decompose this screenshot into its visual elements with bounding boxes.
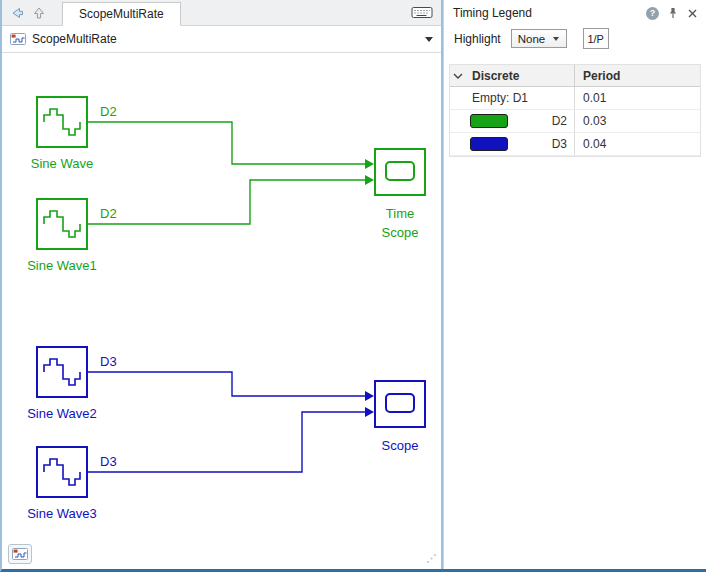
- discrete-sine-icon: [42, 104, 82, 140]
- signal-group-d2: [88, 122, 374, 224]
- up-to-parent-button[interactable]: [28, 3, 50, 23]
- pin-panel-button[interactable]: [667, 7, 679, 19]
- time-scope-label-line1: Time: [350, 204, 441, 223]
- breadcrumb-bar: ScopeMultiRate: [2, 26, 441, 53]
- simulink-window: ScopeMultiRate ScopeMultiRate: [0, 0, 706, 572]
- column-header-discrete: Discrete: [466, 69, 574, 83]
- rate-annotation: D2: [100, 104, 117, 119]
- model-icon: [10, 32, 26, 46]
- signal-line-sinewave3-scope[interactable]: [88, 412, 365, 472]
- tab-label: ScopeMultiRate: [79, 7, 164, 21]
- sine-wave3-label[interactable]: Sine Wave3: [2, 504, 122, 523]
- signal-line-sinewave1-timescope[interactable]: [88, 180, 365, 224]
- signal-arrowhead: [365, 391, 374, 401]
- rate-name: Empty: D1: [466, 91, 574, 105]
- panel-header-icons: ?: [646, 7, 698, 20]
- timing-legend-panel: Timing Legend ? Highlight N: [443, 0, 706, 569]
- signal-arrowhead: [365, 175, 374, 185]
- scope-screen-icon: [385, 393, 415, 413]
- rate-period: 0.03: [574, 110, 700, 132]
- rate-annotation: D3: [100, 354, 117, 369]
- resize-grip[interactable]: [425, 553, 437, 565]
- time-scope-label[interactable]: Time Scope: [350, 204, 441, 242]
- model-editor-pane: ScopeMultiRate ScopeMultiRate: [2, 0, 443, 569]
- rate-annotation: D3: [100, 454, 117, 469]
- table-row-d3[interactable]: D3 0.04: [450, 133, 700, 156]
- collapse-chevron-cell[interactable]: [450, 73, 466, 79]
- signal-arrowhead: [365, 407, 374, 417]
- breadcrumb[interactable]: ScopeMultiRate: [32, 32, 117, 46]
- time-scope-label-line2: Scope: [350, 223, 441, 242]
- close-panel-button[interactable]: [687, 8, 698, 19]
- timing-legend-icon: [12, 547, 28, 561]
- column-header-period: Period: [574, 65, 700, 86]
- model-canvas: D2 Sine Wave D2 Sine Wave1 Time Scope: [2, 53, 441, 569]
- rate-annotation: D2: [100, 206, 117, 221]
- panel-title: Timing Legend: [453, 6, 532, 20]
- period-frequency-toggle-button[interactable]: 1/P: [583, 28, 609, 49]
- sine-wave3-block[interactable]: [36, 446, 88, 498]
- table-row-d1[interactable]: Empty: D1 0.01: [450, 87, 700, 110]
- rate-name: D2: [552, 114, 567, 128]
- sine-wave-block[interactable]: [36, 96, 88, 148]
- discrete-sine-icon: [42, 206, 82, 242]
- table-header-row: Discrete Period: [450, 65, 700, 87]
- keyboard-shortcuts-button[interactable]: [411, 5, 433, 23]
- sine-wave2-label[interactable]: Sine Wave2: [2, 404, 122, 423]
- signal-group-d3: [88, 372, 374, 472]
- chevron-down-icon: [553, 37, 559, 41]
- highlight-dropdown[interactable]: None: [511, 29, 567, 48]
- legend-controls: Highlight None 1/P: [444, 24, 706, 57]
- sine-wave1-label[interactable]: Sine Wave1: [2, 256, 122, 275]
- scope-screen-icon: [385, 161, 415, 181]
- timing-legend-header: Timing Legend ?: [444, 0, 706, 24]
- editor-tab-bar: ScopeMultiRate: [2, 0, 441, 26]
- signal-arrowhead: [365, 159, 374, 169]
- table-row-d2[interactable]: D2 0.03: [450, 110, 700, 133]
- time-scope-block[interactable]: [374, 148, 426, 196]
- signal-line-sinewave-timescope[interactable]: [88, 122, 365, 164]
- rate-name: D3: [552, 137, 567, 151]
- keyboard-icon: [411, 5, 433, 20]
- back-arrow-icon: [9, 5, 25, 21]
- breadcrumb-dropdown-icon[interactable]: [425, 37, 433, 42]
- scope-label[interactable]: Scope: [350, 436, 441, 455]
- tab-scopemultirate[interactable]: ScopeMultiRate: [62, 2, 181, 26]
- scope-block[interactable]: [374, 380, 426, 428]
- discrete-sine-icon: [42, 354, 82, 390]
- timing-legend-badge-button[interactable]: [8, 544, 32, 564]
- close-icon: [687, 8, 698, 19]
- up-arrow-icon: [31, 5, 47, 21]
- rate-color-swatch: [470, 137, 508, 151]
- highlight-label: Highlight: [454, 32, 501, 46]
- signal-line-sinewave2-scope[interactable]: [88, 372, 365, 396]
- sine-wave-label[interactable]: Sine Wave: [2, 154, 122, 173]
- back-button[interactable]: [6, 3, 28, 23]
- rate-color-swatch: [470, 114, 508, 128]
- rate-period: 0.01: [574, 87, 700, 109]
- rate-period: 0.04: [574, 133, 700, 155]
- highlight-dropdown-value: None: [518, 33, 546, 45]
- sine-wave1-block[interactable]: [36, 198, 88, 250]
- help-icon[interactable]: ?: [646, 7, 659, 20]
- discrete-sine-icon: [42, 454, 82, 490]
- timing-legend-table: Discrete Period Empty: D1 0.01 D2 0.03: [449, 64, 701, 157]
- pin-icon: [667, 7, 679, 19]
- chevron-down-icon: [453, 73, 463, 79]
- sine-wave2-block[interactable]: [36, 346, 88, 398]
